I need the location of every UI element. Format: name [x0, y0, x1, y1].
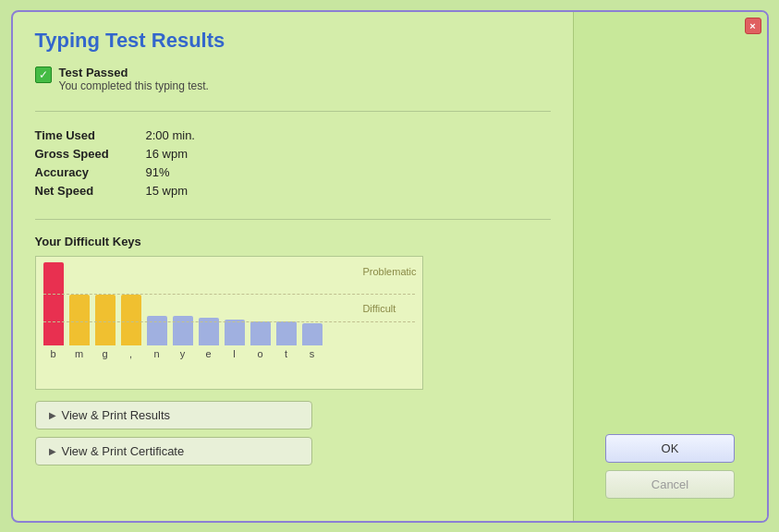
bar-b [43, 262, 64, 345]
cancel-button: Cancel [605, 470, 735, 499]
right-panel: OK Cancel [573, 12, 767, 521]
bar-g [95, 295, 116, 345]
stat-label-net: Net Speed [35, 184, 146, 198]
difficult-keys-title: Your Difficult Keys [35, 235, 551, 248]
view-print-certificate-label: View & Print Certificate [62, 444, 185, 458]
bar-label-n: n [153, 348, 159, 359]
bar-o [250, 321, 271, 345]
bar-col-l: l [225, 320, 245, 359]
action-buttons: ▶ View & Print Results ▶ View & Print Ce… [35, 401, 551, 466]
bar-label-l: l [233, 348, 235, 359]
bar-col-e: e [199, 318, 219, 359]
stat-row-net: Net Speed 15 wpm [35, 184, 551, 198]
arrow-results-icon: ▶ [49, 410, 56, 420]
typing-test-results-dialog: × Typing Test Results ✓ Test Passed You … [11, 10, 769, 523]
stat-label-accuracy: Accuracy [35, 165, 146, 179]
bar-col-m: m [69, 295, 90, 359]
stat-value-gross: 16 wpm [146, 147, 189, 161]
bar-label-e: e [205, 348, 211, 359]
stat-row-accuracy: Accuracy 91% [35, 165, 551, 179]
stat-label-time: Time Used [35, 128, 146, 142]
stat-value-net: 15 wpm [146, 184, 189, 198]
bar-label-g: g [102, 348, 107, 359]
passed-sub: You completed this typing test. [59, 79, 209, 92]
bar-n [147, 316, 167, 345]
bar-label-t: t [285, 348, 287, 359]
hline-difficult [43, 321, 415, 322]
bar-t [276, 321, 297, 345]
bar-col-s: s [302, 323, 323, 359]
hline-problematic [43, 294, 415, 295]
bar-label-y: y [180, 348, 186, 359]
bar-col-b: b [43, 262, 64, 359]
chart-container: Problematic Difficult bmg,nyelots [35, 256, 423, 390]
stat-row-gross: Gross Speed 16 wpm [35, 147, 551, 161]
check-icon: ✓ [35, 66, 52, 83]
passed-label: Test Passed [59, 66, 209, 79]
view-print-certificate-button[interactable]: ▶ View & Print Certificate [35, 437, 312, 466]
bar-, [121, 295, 141, 345]
view-print-results-label: View & Print Results [62, 408, 171, 422]
test-passed-text: Test Passed You completed this typing te… [59, 66, 209, 92]
ok-button[interactable]: OK [605, 434, 735, 463]
left-panel: Typing Test Results ✓ Test Passed You co… [13, 12, 573, 521]
bar-s [302, 323, 323, 345]
divider-1 [35, 111, 551, 112]
arrow-certificate-icon: ▶ [49, 446, 56, 456]
bar-col-o: o [250, 321, 271, 359]
stat-value-accuracy: 91% [146, 165, 170, 179]
stat-value-time: 2:00 min. [146, 128, 195, 142]
dialog-title: Typing Test Results [35, 29, 551, 53]
bar-m [69, 295, 90, 345]
bar-col-g: g [95, 295, 116, 359]
bar-col-,: , [121, 295, 141, 359]
bar-label-m: m [75, 348, 83, 359]
bars-area: bmg,nyelots [43, 262, 415, 359]
divider-2 [35, 219, 551, 220]
bar-col-y: y [173, 316, 193, 359]
bar-label-,: , [129, 348, 132, 359]
bar-label-s: s [310, 348, 315, 359]
close-button[interactable]: × [745, 18, 761, 34]
bar-col-t: t [276, 321, 297, 359]
stats-table: Time Used 2:00 min. Gross Speed 16 wpm A… [35, 128, 551, 202]
bar-label-o: o [257, 348, 262, 359]
bar-col-n: n [147, 316, 167, 359]
view-print-results-button[interactable]: ▶ View & Print Results [35, 401, 312, 429]
bar-l [225, 320, 245, 345]
bar-label-b: b [50, 348, 55, 359]
difficult-keys-section: Your Difficult Keys Problematic Difficul… [35, 235, 551, 390]
stat-label-gross: Gross Speed [35, 147, 146, 161]
bar-y [173, 316, 193, 345]
stat-row-time: Time Used 2:00 min. [35, 128, 551, 142]
test-passed-row: ✓ Test Passed You completed this typing … [35, 66, 551, 92]
